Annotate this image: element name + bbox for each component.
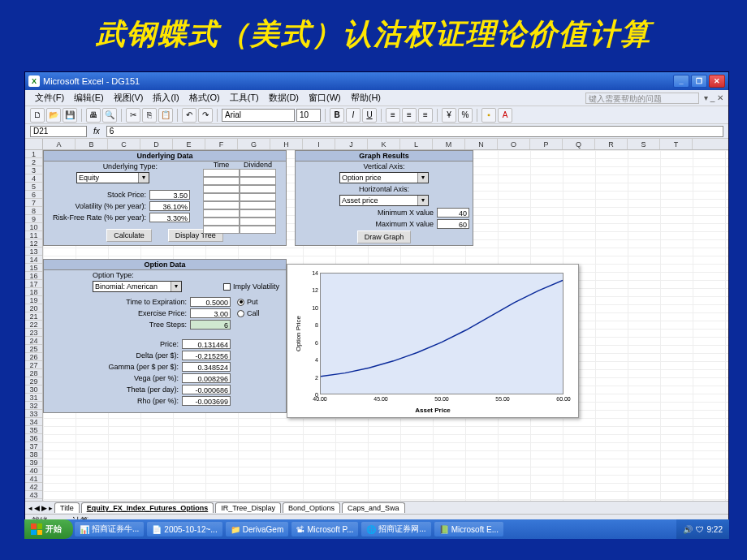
volatility-input[interactable]: 36.10% — [149, 201, 190, 211]
preview-icon[interactable]: 🔍 — [102, 108, 117, 123]
row-header[interactable]: 43 — [25, 491, 42, 499]
row-header[interactable]: 35 — [25, 426, 42, 434]
help-search-box[interactable]: 键入需要帮助的问题 — [585, 93, 699, 104]
row-header[interactable]: 15 — [25, 264, 42, 272]
task-item[interactable]: 🌐招商证券网... — [361, 522, 430, 536]
stock-price-input[interactable]: 3.50 — [149, 190, 190, 200]
underlying-type-dropdown[interactable]: Equity — [76, 172, 149, 183]
calculate-button[interactable]: Calculate — [106, 229, 152, 242]
column-header[interactable]: T — [660, 139, 693, 149]
tab-nav-last[interactable]: ▸ — [49, 504, 53, 512]
steps-input[interactable]: 6 — [190, 320, 231, 330]
maxx-input[interactable]: 60 — [437, 219, 469, 229]
italic-icon[interactable]: I — [346, 108, 361, 123]
align-right-icon[interactable]: ≡ — [418, 108, 433, 123]
row-header[interactable]: 23 — [25, 329, 42, 337]
column-header[interactable]: N — [465, 139, 498, 149]
row-header[interactable]: 25 — [25, 345, 42, 353]
column-header[interactable]: I — [303, 139, 335, 149]
maximize-button[interactable]: ❐ — [691, 75, 707, 88]
menu-view[interactable]: 视图(V) — [109, 90, 149, 106]
column-header[interactable]: E — [173, 139, 205, 149]
column-header[interactable]: F — [205, 139, 238, 149]
riskfree-input[interactable]: 3.30% — [149, 213, 190, 222]
sheet-tab-ir-tree[interactable]: IR_Tree_Display — [215, 502, 281, 513]
paste-icon[interactable]: 📋 — [158, 108, 173, 123]
row-header[interactable]: 42 — [25, 483, 42, 491]
formula-bar[interactable]: 6 — [106, 126, 723, 137]
row-header[interactable]: 40 — [25, 467, 42, 475]
chart[interactable]: Option Price 02468101214 40.0045.0050.00… — [287, 264, 579, 418]
clock[interactable]: 9:22 — [707, 525, 723, 534]
row-header[interactable]: 38 — [25, 450, 42, 459]
tray-icon[interactable]: 🛡 — [696, 525, 704, 534]
row-header[interactable]: 32 — [25, 402, 42, 410]
imply-volatility-checkbox[interactable] — [223, 283, 231, 291]
row-header[interactable]: 29 — [25, 377, 42, 386]
row-header[interactable]: 37 — [25, 442, 42, 450]
sheet-tab-bond[interactable]: Bond_Options — [283, 502, 340, 513]
row-header[interactable]: 28 — [25, 369, 42, 377]
row-header[interactable]: 41 — [25, 475, 42, 483]
row-header[interactable]: 34 — [25, 418, 42, 426]
minimize-button[interactable]: _ — [673, 75, 689, 88]
open-icon[interactable]: 📂 — [46, 108, 61, 123]
copy-icon[interactable]: ⎘ — [142, 108, 157, 123]
percent-icon[interactable]: % — [458, 108, 473, 123]
row-header[interactable]: 7 — [25, 199, 42, 207]
undo-icon[interactable]: ↶ — [182, 108, 196, 123]
column-header[interactable]: J — [335, 139, 368, 149]
name-box[interactable]: D21 — [30, 126, 87, 137]
row-header[interactable]: 22 — [25, 321, 42, 329]
tab-nav-prev[interactable]: ◀ — [34, 504, 40, 512]
row-header[interactable]: 4 — [25, 174, 42, 183]
task-item[interactable]: 📄2005-10-12~... — [147, 522, 222, 536]
haxis-dropdown[interactable]: Asset price — [339, 195, 429, 206]
font-size-box[interactable]: 10 — [296, 109, 321, 122]
row-header[interactable]: 39 — [25, 459, 42, 467]
print-icon[interactable]: 🖶 — [86, 108, 101, 123]
row-header[interactable]: 3 — [25, 166, 42, 174]
column-header[interactable]: R — [595, 139, 628, 149]
save-icon[interactable]: 💾 — [63, 108, 77, 123]
column-header[interactable]: A — [43, 139, 76, 149]
close-button[interactable]: ✕ — [709, 75, 725, 88]
vaxis-dropdown[interactable]: Option price — [339, 172, 429, 183]
row-header[interactable]: 36 — [25, 434, 42, 442]
menu-window[interactable]: 窗口(W) — [304, 90, 346, 106]
dividend-cell[interactable] — [240, 169, 276, 177]
menu-format[interactable]: 格式(O) — [184, 90, 225, 106]
column-header[interactable]: G — [238, 139, 270, 149]
strike-input[interactable]: 3.00 — [190, 308, 231, 318]
column-header[interactable]: C — [108, 139, 140, 149]
column-header[interactable]: M — [433, 139, 465, 149]
call-radio[interactable] — [237, 310, 244, 317]
tray-icon[interactable]: 🔊 — [683, 525, 693, 534]
row-header[interactable]: 5 — [25, 183, 42, 191]
font-color-icon[interactable]: A — [498, 108, 512, 123]
font-name-box[interactable]: Arial — [222, 109, 295, 122]
menu-insert[interactable]: 插入(I) — [148, 90, 184, 106]
row-header[interactable]: 18 — [25, 288, 42, 296]
tab-nav-next[interactable]: ▶ — [41, 504, 47, 512]
row-header[interactable]: 21 — [25, 312, 42, 321]
row-header[interactable]: 44 — [25, 499, 42, 501]
row-header[interactable]: 27 — [25, 361, 42, 369]
column-header[interactable]: Q — [563, 139, 595, 149]
task-item[interactable]: 📁DerivaGem — [226, 522, 289, 536]
time-cell[interactable] — [203, 169, 240, 177]
column-header[interactable]: L — [400, 139, 433, 149]
task-item[interactable]: 📽Microsoft P... — [291, 522, 358, 536]
column-header[interactable]: O — [498, 139, 530, 149]
cells-area[interactable]: Underlying Data Underlying Type: Equity … — [43, 150, 728, 501]
redo-icon[interactable]: ↷ — [198, 108, 213, 123]
row-header[interactable]: 6 — [25, 191, 42, 199]
menu-help[interactable]: 帮助(H) — [346, 90, 386, 106]
fill-color-icon[interactable]: ▪ — [481, 108, 496, 123]
column-header[interactable]: S — [628, 139, 660, 149]
align-left-icon[interactable]: ≡ — [386, 108, 400, 123]
row-header[interactable]: 14 — [25, 256, 42, 264]
row-header[interactable]: 31 — [25, 394, 42, 402]
fx-icon[interactable]: fx — [93, 127, 100, 136]
menu-tools[interactable]: 工具(T) — [225, 90, 264, 106]
